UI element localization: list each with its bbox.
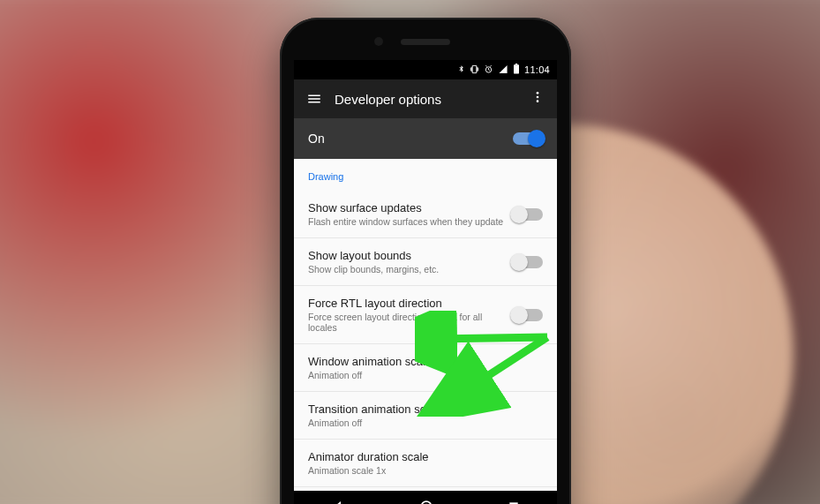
row-show-surface-updates[interactable]: Show surface updates Flash entire window… (294, 191, 557, 238)
alarm-icon (484, 64, 493, 76)
row-subtitle: Animation scale 1x (308, 465, 543, 476)
row-subtitle: Show clip bounds, margins, etc. (308, 264, 504, 275)
overflow-menu-icon[interactable] (523, 83, 552, 115)
master-toggle-label: On (308, 132, 513, 146)
row-window-animation-scale[interactable]: Window animation scale Animation off (294, 344, 557, 392)
vibrate-icon (470, 64, 479, 76)
app-bar-title: Developer options (335, 92, 523, 107)
svg-rect-1 (514, 64, 519, 73)
phone-screen: 11:04 Developer options On Drawing Show … (294, 60, 557, 504)
phone-speaker (401, 39, 450, 45)
row-toggle-switch[interactable] (513, 309, 543, 321)
row-transition-animation-scale[interactable]: Transition animation scale Animation off (294, 392, 557, 440)
row-subtitle: Animation off (308, 417, 543, 428)
row-title: Force RTL layout direction (308, 297, 504, 310)
svg-point-3 (537, 92, 539, 94)
settings-list: Drawing Show surface updates Flash entir… (294, 159, 557, 504)
phone-frame: 11:04 Developer options On Drawing Show … (280, 18, 571, 504)
row-animator-duration-scale[interactable]: Animator duration scale Animation scale … (294, 440, 557, 487)
row-title: Window animation scale (308, 355, 543, 368)
svg-point-5 (537, 100, 539, 102)
row-title: Show layout bounds (308, 249, 504, 262)
row-force-rtl[interactable]: Force RTL layout direction Force screen … (294, 286, 557, 344)
android-nav-bar (294, 491, 557, 504)
status-clock: 11:04 (524, 64, 550, 75)
battery-icon (513, 64, 520, 76)
svg-rect-2 (515, 64, 517, 64)
master-toggle-switch[interactable] (513, 132, 543, 145)
section-header-drawing: Drawing (294, 159, 557, 191)
row-show-layout-bounds[interactable]: Show layout bounds Show clip bounds, mar… (294, 238, 557, 286)
nav-back-icon[interactable] (330, 499, 346, 504)
row-title: Show surface updates (308, 201, 504, 214)
row-toggle-switch[interactable] (513, 208, 543, 221)
row-title: Animator duration scale (308, 450, 543, 463)
hamburger-menu-icon[interactable] (299, 84, 329, 114)
bluetooth-icon (457, 64, 465, 76)
signal-icon (498, 64, 508, 76)
svg-point-4 (537, 96, 539, 99)
row-title: Transition animation scale (308, 402, 543, 416)
row-subtitle: Flash entire window surfaces when they u… (308, 216, 504, 227)
phone-front-camera (374, 37, 383, 46)
row-toggle-switch[interactable] (513, 256, 543, 268)
android-status-bar: 11:04 (294, 60, 557, 79)
master-toggle-row[interactable]: On (294, 118, 557, 159)
row-subtitle: Animation off (308, 370, 543, 380)
nav-recents-icon[interactable] (507, 500, 521, 504)
row-subtitle: Force screen layout direction to RTL for… (308, 312, 504, 333)
app-bar: Developer options (294, 79, 557, 118)
nav-home-icon[interactable] (418, 498, 435, 504)
